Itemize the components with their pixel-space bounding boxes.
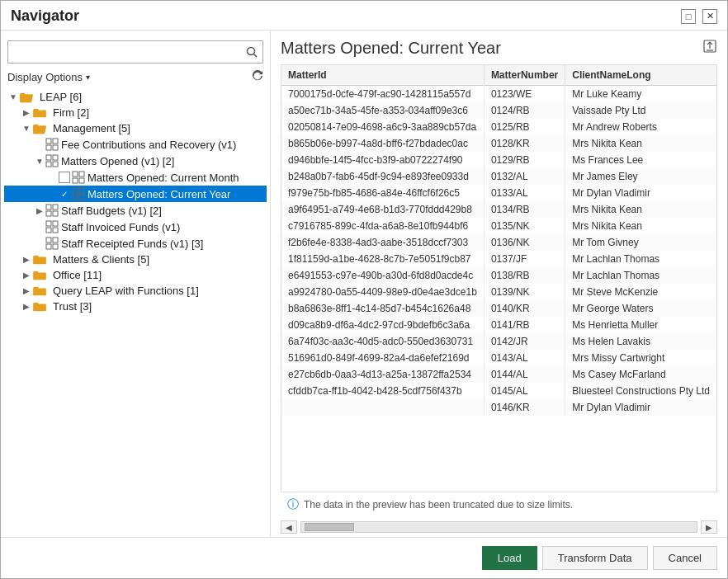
footer: Load Transform Data Cancel xyxy=(1,537,727,578)
scroll-track[interactable] xyxy=(300,521,697,533)
table-row[interactable]: b8a6863e-8ff1-4c14-85d7-b454c1626a480140… xyxy=(281,300,716,317)
truncated-text: The data in the preview has been truncat… xyxy=(304,499,573,511)
svg-rect-17 xyxy=(79,195,84,200)
cell-matternumber: 0146/KR xyxy=(484,399,565,416)
cell-clientnamelong: Mrs Nikita Kean xyxy=(565,201,716,218)
column-header-matternumber: MatterNumber xyxy=(484,65,565,86)
table-row[interactable]: 02050814-7e09-4698-a6c9-3aa889cb57da0125… xyxy=(281,119,716,135)
table-row[interactable]: b865b06e-b997-4a8d-bff6-f27bdadec0ac0128… xyxy=(281,135,716,152)
tree-item-leap[interactable]: ▼ LEAP [6] xyxy=(4,89,267,105)
search-input[interactable] xyxy=(8,43,241,62)
table-row[interactable]: b248a0b7-fab6-45df-9c94-e893fee0933d0132… xyxy=(281,168,716,185)
tree-item-fee-contributions[interactable]: Fee Contributions and Recovery (v1) xyxy=(4,136,267,153)
tree-item-query-leap[interactable]: ▶ Query LEAP with Functions [1] xyxy=(4,283,267,299)
table-row[interactable]: 1f81159d-a1be-4628-8c7b-7e5051f9cb870137… xyxy=(281,251,716,267)
close-button[interactable]: ✕ xyxy=(702,9,717,24)
svg-rect-19 xyxy=(53,205,58,209)
svg-rect-16 xyxy=(73,195,78,200)
cell-matternumber: 0134/RB xyxy=(484,201,565,218)
checkbox-unchecked-icon xyxy=(59,172,70,183)
tree-item-management[interactable]: ▼ Management [5] xyxy=(4,120,267,136)
cell-matterid: f979e75b-fb85-4686-a84e-46ffcf6f26c5 xyxy=(281,185,484,201)
horizontal-scrollbar[interactable]: ◀ ▶ xyxy=(281,517,717,537)
transform-data-button[interactable]: Transform Data xyxy=(542,546,648,570)
tree-item-label: Fee Contributions and Recovery (v1) xyxy=(61,139,236,151)
display-options-button[interactable]: Display Options ▾ xyxy=(7,71,90,83)
tree-item-matters-current-month[interactable]: Matters Opened: Current Month xyxy=(4,169,267,186)
column-header-clientnamelong: ClientNameLong xyxy=(565,65,716,86)
tree-item-label: Trust [3] xyxy=(53,300,92,313)
tree-item-office[interactable]: ▶ Office [11] xyxy=(4,267,267,283)
tree-item-label: Query LEAP with Functions [1] xyxy=(53,285,199,297)
svg-rect-20 xyxy=(46,211,51,216)
svg-rect-18 xyxy=(46,205,51,209)
table-row[interactable]: f979e75b-fb85-4686-a84e-46ffcf6f26c50133… xyxy=(281,185,716,201)
tree-item-matters-clients[interactable]: ▶ Matters & Clients [5] xyxy=(4,252,267,267)
refresh-button[interactable] xyxy=(252,70,263,84)
table-row[interactable]: 7000175d-0cfe-479f-ac90-1428115a557d0123… xyxy=(281,86,716,103)
cell-matternumber: 0142/JR xyxy=(484,333,565,350)
info-icon: ⓘ xyxy=(287,497,299,512)
table-row[interactable]: e27cb6db-0aa3-4d13-a25a-13872ffa25340144… xyxy=(281,366,716,383)
load-button[interactable]: Load xyxy=(482,546,537,570)
tree-item-label: Matters & Clients [5] xyxy=(53,253,149,266)
cancel-button[interactable]: Cancel xyxy=(653,546,717,570)
table-row[interactable]: 516961d0-849f-4699-82a4-da6efef2169d0143… xyxy=(281,350,716,366)
cell-clientnamelong: Mr Andrew Roberts xyxy=(565,119,716,135)
cell-clientnamelong: Mr Dylan Vladimir xyxy=(565,185,716,201)
cell-matternumber: 0136/NK xyxy=(484,234,565,251)
svg-rect-23 xyxy=(53,221,58,226)
scroll-thumb[interactable] xyxy=(305,523,354,531)
chevron-icon: ▼ xyxy=(21,124,32,133)
table-row[interactable]: a9924780-0a55-4409-98e9-d0e4ae3dce1b0139… xyxy=(281,284,716,300)
tree-item-label: LEAP [6] xyxy=(40,91,82,103)
cell-matterid: e27cb6db-0aa3-4d13-a25a-13872ffa2534 xyxy=(281,366,484,383)
tree-item-trust[interactable]: ▶ Trust [3] xyxy=(4,299,267,314)
tree-item-label: Staff Invoiced Funds (v1) xyxy=(61,221,180,233)
table-row[interactable]: f2b6fe4e-8338-4ad3-aabe-3518dccf73030136… xyxy=(281,234,716,251)
cell-matterid: a9f64951-a749-4e68-b1d3-770fddd429b8 xyxy=(281,201,484,218)
table-row[interactable]: 6a74f03c-aa3c-40d5-adc0-550ed36307310142… xyxy=(281,333,716,350)
tree-item-matters-current-year[interactable]: ✓ Matters Opened: Current Year xyxy=(4,186,267,202)
cell-matternumber: 0144/AL xyxy=(484,366,565,383)
table-row[interactable]: a9f64951-a749-4e68-b1d3-770fddd429b80134… xyxy=(281,201,716,218)
cell-clientnamelong: Mr Luke Keamy xyxy=(565,86,716,103)
table-row[interactable]: d946bbfe-14f5-4fcc-b3f9-ab0722274f900129… xyxy=(281,152,716,168)
export-button[interactable] xyxy=(702,39,717,58)
content-area: Display Options ▾ ▼ LEAP [6]▶ Firm [2]▼ … xyxy=(1,31,727,537)
cell-matternumber: 0143/AL xyxy=(484,350,565,366)
svg-rect-2 xyxy=(46,139,51,144)
tree-item-firm[interactable]: ▶ Firm [2] xyxy=(4,105,267,120)
cell-matterid: 6a74f03c-aa3c-40d5-adc0-550ed3630731 xyxy=(281,333,484,350)
table-row[interactable]: e6491553-c97e-490b-a30d-6fd8d0acde4c0138… xyxy=(281,267,716,284)
minimize-button[interactable]: □ xyxy=(681,9,696,24)
right-panel: Matters Opened: Current Year MatterIdMat… xyxy=(271,31,727,537)
cell-clientnamelong: Mrs Nikita Kean xyxy=(565,218,716,234)
cell-matternumber: 0128/KR xyxy=(484,135,565,152)
tree-item-label: Firm [2] xyxy=(53,106,89,119)
cell-clientnamelong: Ms Casey McFarland xyxy=(565,366,716,383)
tree-item-staff-invoiced[interactable]: Staff Invoiced Funds (v1) xyxy=(4,219,267,235)
tree-item-matters-opened[interactable]: ▼ Matters Opened (v1) [2] xyxy=(4,153,267,169)
search-button[interactable] xyxy=(241,41,262,63)
table-row[interactable]: d09ca8b9-df6a-4dc2-97cd-9bdefb6c3a6a0141… xyxy=(281,317,716,333)
scroll-left-button[interactable]: ◀ xyxy=(281,520,297,534)
export-icon xyxy=(702,39,717,54)
cell-matternumber: 0135/NK xyxy=(484,218,565,234)
table-row[interactable]: 0146/KRMr Dylan Vladimir xyxy=(281,399,716,416)
svg-rect-14 xyxy=(73,188,78,193)
table-row[interactable]: c7916785-899c-4fda-a6a8-8e10fb944bf60135… xyxy=(281,218,716,234)
scroll-right-button[interactable]: ▶ xyxy=(701,520,717,534)
table-row[interactable]: cfddb7ca-ff1b-4042-b428-5cdf756f437b0145… xyxy=(281,383,716,399)
svg-rect-26 xyxy=(46,238,51,242)
tree-item-staff-budgets[interactable]: ▶ Staff Budgets (v1) [2] xyxy=(4,202,267,219)
navigator-window: Navigator □ ✕ Display Options ▾ xyxy=(0,0,728,579)
cell-clientnamelong: Mr Lachlan Thomas xyxy=(565,251,716,267)
tree-item-staff-receipted[interactable]: Staff Receipted Funds (v1) [3] xyxy=(4,235,267,252)
cell-clientnamelong: Bluesteel Constructions Pty Ltd xyxy=(565,383,716,399)
chevron-icon: ▶ xyxy=(21,271,32,280)
cell-matterid xyxy=(281,399,484,416)
table-row[interactable]: a50ec71b-34a5-45fe-a353-034aff09e3c60124… xyxy=(281,102,716,119)
chevron-icon: ▶ xyxy=(34,206,45,215)
tree-item-label: Staff Budgets (v1) [2] xyxy=(61,205,162,217)
